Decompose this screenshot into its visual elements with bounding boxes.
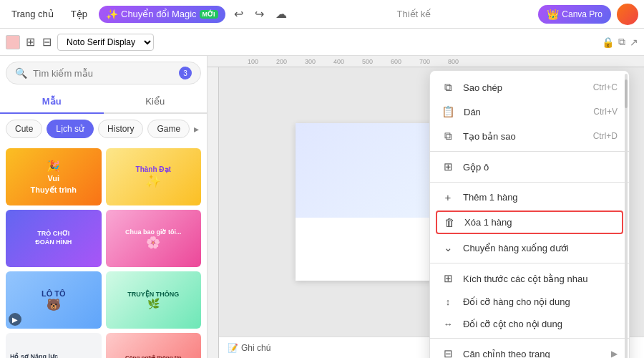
divider-4 bbox=[430, 338, 629, 339]
divider-3 bbox=[430, 263, 629, 263]
paste-shortcut: Ctrl+V bbox=[593, 107, 618, 117]
search-icon: 🔍 bbox=[15, 67, 27, 79]
equal-cols-label: Kích thước các cột bằng nhau bbox=[463, 274, 587, 284]
add-row-label: Thêm 1 hàng bbox=[463, 192, 518, 203]
template-card-2[interactable]: Thành Đạt ✨ bbox=[106, 148, 202, 205]
play-icon-5: ▶ bbox=[9, 313, 21, 326]
align-icon: ⊟ bbox=[441, 347, 454, 358]
template-card-1[interactable]: 🎉 Vui Thuyết trình bbox=[6, 148, 102, 205]
menu-duplicate[interactable]: ⧉ Tạo bản sao Ctrl+D bbox=[430, 124, 629, 148]
menu-equal-cols[interactable]: ⊞ Kích thước các cột bằng nhau bbox=[430, 266, 629, 291]
copy-menu-icon: ⧉ bbox=[441, 81, 454, 94]
merge-label: Gộp ô bbox=[463, 162, 489, 173]
redo-button[interactable]: ↪ bbox=[252, 7, 267, 21]
notes-icon: 📝 bbox=[228, 343, 238, 353]
delete-row-label: Xóa 1 hàng bbox=[464, 217, 512, 228]
paste-menu-icon: 📋 bbox=[441, 105, 455, 118]
menu-fit-col[interactable]: ↔ Đối cỡ cột cho nội dung bbox=[430, 313, 629, 335]
add-row-icon: + bbox=[441, 191, 454, 203]
cloud-save-icon[interactable]: ☁ bbox=[273, 7, 290, 21]
ruler-mark-400: 400 bbox=[333, 58, 362, 65]
menu-merge[interactable]: ⊞ Gộp ô bbox=[430, 155, 629, 179]
ruler-mark-100: 100 bbox=[248, 58, 276, 65]
ruler-numbers: 100 200 300 400 500 600 700 800 bbox=[219, 56, 477, 67]
menu-delete-row[interactable]: 🗑 Xóa 1 hàng bbox=[436, 211, 623, 234]
scrollbar-thumb bbox=[625, 79, 628, 108]
chip-lich-su[interactable]: Lịch sử bbox=[47, 120, 94, 138]
category-chips: Cute Lịch sử History Game ▸ bbox=[0, 114, 207, 144]
divider-1 bbox=[430, 151, 629, 152]
template-card-3[interactable]: TRÒ CHƠI ĐOÁN HÌNH bbox=[6, 210, 102, 267]
upgrade-label: Canva Pro bbox=[562, 9, 602, 19]
duplicate-shortcut: Ctrl+D bbox=[593, 131, 618, 141]
tab-kieu[interactable]: Kiểu bbox=[104, 90, 208, 112]
template-card-5[interactable]: LÔ TÔ 🐻 ▶ bbox=[6, 271, 102, 329]
duplicate-menu-icon: ⧉ bbox=[441, 130, 454, 142]
menu-align[interactable]: ⊟ Căn chỉnh theo trang ▶ bbox=[430, 342, 629, 358]
home-button[interactable]: Trang chủ bbox=[6, 6, 59, 22]
ruler-vertical bbox=[208, 67, 219, 358]
lock-icon[interactable]: 🔒 bbox=[602, 37, 614, 48]
undo-button[interactable]: ↩ bbox=[231, 7, 246, 21]
fit-col-icon: ↔ bbox=[441, 319, 454, 329]
search-input[interactable] bbox=[33, 68, 173, 79]
fit-col-label: Đối cỡ cột cho nội dung bbox=[463, 319, 562, 329]
new-badge: MỚI bbox=[200, 10, 218, 19]
magic-label: Chuyển đổi Magic bbox=[121, 9, 197, 19]
ruler-mark-700: 700 bbox=[419, 58, 448, 65]
equal-cols-icon: ⊞ bbox=[441, 272, 454, 285]
align-label: Căn chỉnh theo trang bbox=[463, 349, 550, 359]
chips-more[interactable]: ▸ bbox=[194, 120, 199, 138]
chip-cute[interactable]: Cute bbox=[6, 120, 42, 138]
topbar: Trang chủ Tệp ✨ Chuyển đổi Magic MỚI ↩ ↪… bbox=[0, 0, 644, 29]
template-card-7[interactable]: Hồ sơ Năng lực Việt văn ▶ bbox=[6, 333, 102, 358]
template-card-4[interactable]: Chua bao giờ tôi... 🌸 bbox=[106, 210, 202, 267]
template-card-6[interactable]: TRUYỆN THÔNG 🌿 bbox=[106, 271, 202, 329]
paste-label: Dán bbox=[464, 107, 481, 117]
menu-fit-row[interactable]: ↕ Đối cỡ hàng cho nội dung bbox=[430, 291, 629, 313]
align-arrow-icon: ▶ bbox=[611, 349, 618, 358]
merge-menu-icon: ⊞ bbox=[441, 160, 454, 173]
menu-paste[interactable]: 📋 Dán Ctrl+V bbox=[430, 100, 629, 124]
menu-add-row[interactable]: + Thêm 1 hàng bbox=[430, 185, 629, 209]
fit-row-label: Đối cỡ hàng cho nội dung bbox=[463, 296, 570, 307]
copy-shortcut: Ctrl+C bbox=[593, 82, 618, 92]
fit-row-icon: ↕ bbox=[441, 296, 454, 307]
export-icon[interactable]: ↗ bbox=[630, 37, 638, 48]
table-icon[interactable]: ⊞ bbox=[24, 34, 36, 50]
scrollbar[interactable] bbox=[625, 74, 628, 358]
chip-history[interactable]: History bbox=[98, 120, 143, 138]
design-label: Thiết kế bbox=[296, 9, 533, 19]
menu-move-row[interactable]: ⌄ Chuyển hàng xuống dưới bbox=[430, 236, 629, 260]
context-menu: ⧉ Sao chép Ctrl+C 📋 Dán Ctrl+V ⧉ Tạo bản… bbox=[429, 70, 630, 358]
notes-button[interactable]: 📝 Ghi chú bbox=[228, 343, 270, 353]
ruler-mark-800: 800 bbox=[448, 58, 477, 65]
divider-2 bbox=[430, 182, 629, 183]
ruler-mark-300: 300 bbox=[305, 58, 333, 65]
font-selector[interactable]: Noto Serif Display bbox=[57, 34, 154, 51]
template-card-8[interactable]: Công nghệ thông tin ngành Được phẩm bbox=[106, 333, 202, 358]
tab-mau[interactable]: Mẫu bbox=[0, 90, 104, 114]
template-grid: 🎉 Vui Thuyết trình Thành Đạt ✨ TRÒ CHƠI … bbox=[0, 144, 207, 358]
file-menu[interactable]: Tệp bbox=[65, 6, 93, 22]
ruler-mark-200: 200 bbox=[276, 58, 305, 65]
upgrade-button[interactable]: 👑 Canva Pro bbox=[538, 5, 611, 24]
copy-icon[interactable]: ⧉ bbox=[618, 36, 625, 48]
copy-label: Sao chép bbox=[463, 82, 502, 93]
menu-copy[interactable]: ⧉ Sao chép Ctrl+C bbox=[430, 75, 629, 100]
main-content: 🔍 3 Mẫu Kiểu Cute Lịch sử History Game ▸… bbox=[0, 56, 644, 358]
column-icon[interactable]: ⊟ bbox=[41, 34, 53, 50]
delete-row-icon: 🗑 bbox=[443, 216, 456, 228]
toolbar2-right: 🔒 ⧉ ↗ bbox=[602, 36, 638, 48]
notes-label: Ghi chú bbox=[241, 343, 270, 353]
chip-game[interactable]: Game bbox=[147, 120, 190, 138]
search-bar[interactable]: 🔍 3 bbox=[6, 62, 201, 84]
search-badge: 3 bbox=[179, 67, 192, 79]
color-picker[interactable] bbox=[6, 35, 20, 49]
magic-convert-button[interactable]: ✨ Chuyển đổi Magic MỚI bbox=[99, 6, 225, 23]
user-avatar[interactable] bbox=[617, 4, 638, 25]
topbar-right: 👑 Canva Pro bbox=[538, 4, 638, 25]
move-row-icon: ⌄ bbox=[441, 241, 454, 254]
sidebar: 🔍 3 Mẫu Kiểu Cute Lịch sử History Game ▸… bbox=[0, 56, 208, 358]
ruler-mark-600: 600 bbox=[391, 58, 419, 65]
